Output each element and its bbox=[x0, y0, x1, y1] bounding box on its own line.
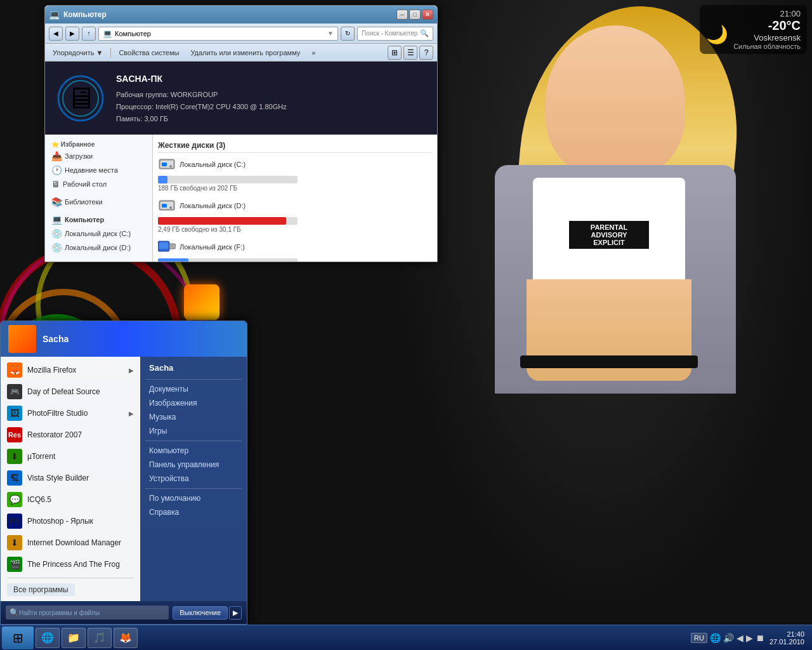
view-toggle-1[interactable]: ⊞ bbox=[388, 46, 402, 60]
right-defaults[interactable]: По умолчанию bbox=[145, 491, 242, 505]
start-menu-body: 🦊 Mozilla Firefox ▶ 🎮 Day of Defeat Sour… bbox=[1, 357, 247, 601]
up-button[interactable]: ↑ bbox=[82, 27, 96, 41]
language-indicator[interactable]: RU bbox=[691, 633, 707, 643]
memory-info: Память: 3,00 ГБ bbox=[116, 113, 287, 125]
sidebar-favorites-header: ⭐ Избранное bbox=[48, 138, 150, 149]
arrow-right-icon[interactable]: ▶ bbox=[746, 633, 753, 643]
address-field[interactable]: 💻 Компьютер ▼ bbox=[98, 27, 338, 41]
taskbar-item-firefox[interactable]: 🦊 bbox=[114, 628, 138, 648]
restorator-icon: Res bbox=[7, 427, 22, 442]
taskbar-item-media[interactable]: 🎵 bbox=[88, 628, 112, 648]
desktop-icon-orange[interactable] bbox=[184, 284, 219, 320]
taskbar-item-ie[interactable]: 🌐 bbox=[36, 628, 60, 648]
firefox-taskbar-icon: 🦊 bbox=[119, 632, 132, 644]
icq-icon: 💬 bbox=[7, 492, 22, 507]
forward-button[interactable]: ▶ bbox=[65, 27, 79, 41]
network-tray-icon[interactable]: 🌐 bbox=[710, 633, 721, 643]
start-menu-right: Sacha Документы Изображения Музыка Игры … bbox=[140, 357, 247, 601]
svg-point-7 bbox=[58, 76, 103, 121]
system-tray: RU 🌐 🔊 ◀ ▶ ⏹ 21:40 27.01.2010 bbox=[686, 630, 812, 646]
drive-d-item[interactable]: Локальный диск (D:) 2,49 ГБ свободно из … bbox=[158, 198, 432, 233]
sidebar-item-libraries[interactable]: 📚 Библиотеки bbox=[48, 195, 150, 209]
right-documents[interactable]: Документы bbox=[145, 382, 242, 396]
utorrent-icon: ⬇ bbox=[7, 449, 22, 464]
right-devices[interactable]: Устройства bbox=[145, 472, 242, 486]
drive-d-icon2 bbox=[158, 198, 176, 215]
address-bar: ◀ ▶ ↑ 💻 Компьютер ▼ ↻ Поиск - Компьютер … bbox=[45, 23, 437, 44]
svg-rect-18 bbox=[159, 242, 168, 249]
photoshop-icon: Ps bbox=[7, 514, 22, 529]
start-app-idm[interactable]: ⬇ Internet Download Manager bbox=[1, 532, 140, 554]
close-button[interactable]: ✕ bbox=[422, 10, 433, 20]
minimize-button[interactable]: ─ bbox=[396, 10, 408, 20]
weather-temp: -20°C bbox=[733, 18, 801, 33]
princess-label: The Princess And The Frog bbox=[27, 560, 134, 569]
uninstall-button[interactable]: Удалить или изменить программу bbox=[187, 48, 304, 58]
right-images[interactable]: Изображения bbox=[145, 396, 242, 410]
window-toolbar: Упорядочить ▼ Свойства системы Удалить и… bbox=[45, 44, 437, 62]
tshirt: PARENTALADVISORYEXPLICIT bbox=[533, 178, 685, 292]
sidebar-item-downloads[interactable]: 📥 Загрузки bbox=[48, 149, 150, 163]
start-app-photofiltre[interactable]: 🖼 PhotoFiltre Studio ▶ bbox=[1, 402, 140, 424]
start-app-dod[interactable]: 🎮 Day of Defeat Source bbox=[1, 381, 140, 402]
libraries-icon: 📚 bbox=[51, 197, 62, 207]
shutdown-arrow-button[interactable]: ▶ bbox=[229, 606, 242, 620]
sidebar-item-recent[interactable]: 🕐 Недавние места bbox=[48, 163, 150, 177]
start-app-restorator[interactable]: Res Restorator 2007 bbox=[1, 424, 140, 446]
view-toggle-2[interactable]: ☰ bbox=[403, 46, 417, 60]
back-button[interactable]: ◀ bbox=[49, 27, 63, 41]
organize-button[interactable]: Упорядочить ▼ bbox=[49, 48, 107, 58]
right-music[interactable]: Музыка bbox=[145, 410, 242, 424]
arrow-left-icon[interactable]: ◀ bbox=[737, 633, 743, 643]
right-controlpanel[interactable]: Панель управления bbox=[145, 458, 242, 472]
icon-glow-rings bbox=[55, 73, 106, 124]
drive-c-item[interactable]: Локальный диск (C:) 188 ГБ свободно из 2… bbox=[158, 157, 432, 192]
drive-c-icon: 💿 bbox=[51, 229, 62, 239]
taskbar-item-explorer[interactable]: 📁 bbox=[62, 628, 86, 648]
sidebar-downloads-label: Загрузки bbox=[65, 152, 93, 160]
help-button[interactable]: ? bbox=[419, 46, 433, 60]
shutdown-button[interactable]: Выключение bbox=[173, 606, 228, 620]
start-app-princess[interactable]: 🎬 The Princess And The Frog bbox=[1, 554, 140, 575]
explorer-content: ⭐ Избранное 📥 Загрузки 🕐 Недавние места … bbox=[45, 135, 437, 262]
all-programs-button[interactable]: Все программы bbox=[7, 583, 75, 596]
weather-city: Voskresensk bbox=[733, 33, 801, 43]
system-properties-button[interactable]: Свойства системы bbox=[115, 48, 183, 58]
search-placeholder: Поиск - Компьютер bbox=[362, 30, 417, 37]
start-app-icq[interactable]: 💬 ICQ6.5 bbox=[1, 489, 140, 510]
start-button[interactable]: ⊞ bbox=[2, 627, 34, 649]
start-app-photoshop[interactable]: Ps Photoshop - Ярлык bbox=[1, 510, 140, 532]
tshirt-text: PARENTALADVISORYEXPLICIT bbox=[568, 220, 650, 250]
right-computer[interactable]: Компьютер bbox=[145, 444, 242, 458]
start-app-utorrent[interactable]: ⬇ µTorrent bbox=[1, 446, 140, 467]
sidebar-drive-d-label: Локальный диск (D:) bbox=[65, 244, 131, 251]
start-divider bbox=[7, 578, 134, 578]
system-clock: 21:40 27.01.2010 bbox=[767, 630, 807, 646]
window-controls: ─ □ ✕ bbox=[396, 10, 433, 20]
sidebar-item-desktop[interactable]: 🖥 Рабочий стол bbox=[48, 177, 150, 191]
right-games[interactable]: Игры bbox=[145, 424, 242, 438]
right-help[interactable]: Справка bbox=[145, 505, 242, 519]
drive-c-progress-bg bbox=[158, 176, 298, 183]
clock-time: 21:40 bbox=[769, 630, 804, 638]
sound-tray-icon[interactable]: 🔊 bbox=[723, 633, 734, 643]
start-menu-apps: 🦊 Mozilla Firefox ▶ 🎮 Day of Defeat Sour… bbox=[1, 357, 140, 601]
svg-rect-15 bbox=[162, 204, 167, 208]
maximize-button[interactable]: □ bbox=[409, 10, 421, 20]
start-app-firefox[interactable]: 🦊 Mozilla Firefox ▶ bbox=[1, 359, 140, 381]
drive-f-item[interactable]: Локальный диск (F:) 233 ГБ свободно из 2… bbox=[158, 239, 432, 262]
search-field[interactable]: Поиск - Компьютер 🔍 bbox=[357, 27, 433, 41]
sidebar-item-drive-c[interactable]: 💿 Локальный диск (C:) bbox=[48, 227, 150, 241]
sidebar-item-drive-d[interactable]: 💿 Локальный диск (D:) bbox=[48, 241, 150, 255]
explorer-window: 💻 Компьютер ─ □ ✕ ◀ ▶ ↑ 💻 Компьютер ▼ ↻ … bbox=[44, 5, 438, 262]
weather-widget: 21:00 🌙 -20°C Voskresensk Сильная облачн… bbox=[700, 5, 807, 54]
stop-icon[interactable]: ⏹ bbox=[756, 633, 764, 643]
right-user[interactable]: Sacha bbox=[145, 361, 242, 376]
start-app-vstyle[interactable]: 🏗 Vista Style Builder bbox=[1, 467, 140, 489]
refresh-button[interactable]: ↻ bbox=[341, 27, 355, 41]
right-div-2 bbox=[145, 441, 242, 441]
start-menu-username: Sacha bbox=[43, 334, 69, 344]
restorator-label: Restorator 2007 bbox=[27, 430, 134, 439]
sidebar-item-computer[interactable]: 💻 Компьютер bbox=[48, 213, 150, 227]
more-button[interactable]: » bbox=[308, 48, 319, 58]
